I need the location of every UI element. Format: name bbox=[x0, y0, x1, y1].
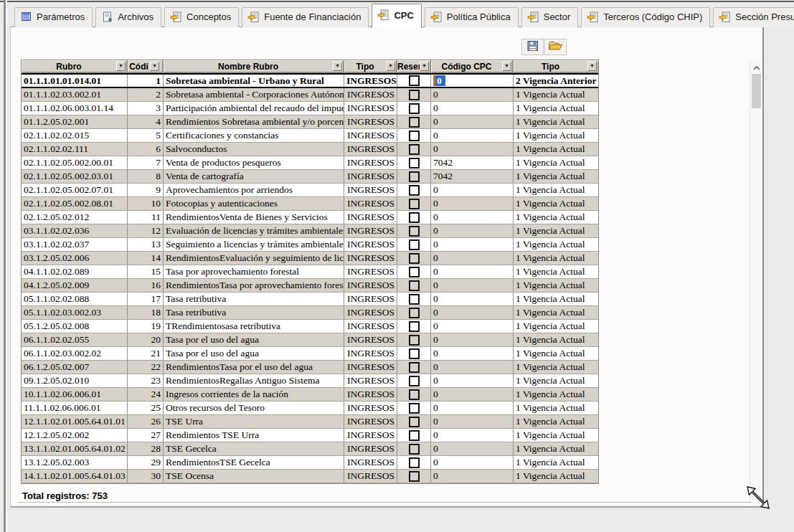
column-filter-dropdown-button[interactable]: ▾ bbox=[150, 62, 159, 71]
cell-tipo[interactable]: INGRESOS bbox=[344, 402, 397, 414]
cell-codigo-cpc[interactable]: 0 bbox=[431, 143, 514, 156]
cell-tipo[interactable]: INGRESOS bbox=[344, 442, 397, 455]
cell-codigo[interactable]: 5 bbox=[128, 129, 164, 142]
cell-codigo-cpc[interactable]: 0 bbox=[431, 88, 514, 101]
reservado-checkbox[interactable] bbox=[409, 430, 420, 441]
tab-politica-publica[interactable]: Política Pública bbox=[425, 7, 519, 27]
cell-tipo-vigencia[interactable]: 1 Vigencia Actual bbox=[514, 442, 598, 455]
cell-codigo-cpc[interactable]: 0 bbox=[431, 415, 514, 428]
cell-codigo-cpc[interactable]: 0 bbox=[431, 374, 514, 387]
table-row[interactable]: 02.1.1.02.05.002.00.017Venta de producto… bbox=[22, 156, 598, 170]
cell-tipo-vigencia[interactable]: 1 Vigencia Actual bbox=[514, 415, 598, 428]
reservado-checkbox[interactable] bbox=[409, 389, 420, 400]
scrollbar-up-button[interactable] bbox=[750, 60, 762, 72]
cell-rubro[interactable]: 03.1.1.02.02.036 bbox=[22, 224, 128, 237]
cell-rubro[interactable]: 02.1.1.02.05.002.03.01 bbox=[22, 170, 128, 183]
cell-codigo-cpc[interactable]: 0 bbox=[431, 211, 514, 224]
cell-codigo[interactable]: 27 bbox=[128, 429, 164, 442]
table-row[interactable]: 05.1.1.02.03.002.0318Tasa retributivaING… bbox=[22, 306, 598, 320]
cell-codigo[interactable]: 10 bbox=[128, 197, 164, 210]
cell-nombre-rubro[interactable]: RendimientosTasa por aprovechamiento for… bbox=[164, 279, 344, 292]
cell-codigo[interactable]: 24 bbox=[128, 388, 164, 401]
cell-nombre-rubro[interactable]: Tasa retributiva bbox=[164, 306, 344, 319]
table-row[interactable]: 10.1.1.02.06.006.0124Ingresos corrientes… bbox=[22, 388, 598, 402]
cell-rubro[interactable]: 03.1.1.02.02.037 bbox=[22, 238, 128, 251]
cell-tipo-vigencia[interactable]: 1 Vigencia Actual bbox=[514, 374, 598, 387]
table-row[interactable]: 01.1.2.05.02.0014Rendimientos Sobretasa … bbox=[22, 115, 598, 129]
cell-tipo-vigencia[interactable]: 1 Vigencia Actual bbox=[514, 156, 598, 169]
table-row[interactable]: 01.1.1.02.06.003.01.143Participación amb… bbox=[22, 102, 598, 115]
cell-codigo[interactable]: 19 bbox=[128, 320, 164, 333]
cell-rubro[interactable]: 06.1.1.02.02.055 bbox=[22, 333, 128, 346]
reservado-checkbox[interactable] bbox=[409, 117, 420, 128]
reservado-checkbox[interactable] bbox=[409, 457, 420, 468]
cell-tipo[interactable]: INGRESOS bbox=[344, 197, 397, 210]
open-button[interactable] bbox=[544, 39, 567, 55]
column-filter-dropdown-button[interactable]: ▾ bbox=[420, 62, 429, 71]
tab-cpc[interactable]: CPC bbox=[372, 4, 421, 28]
table-row[interactable]: 03.1.2.05.02.00614RendimientosEvaluación… bbox=[22, 252, 598, 265]
table-row[interactable]: 05.1.2.05.02.00819TRendimientosasa retri… bbox=[22, 320, 598, 333]
cell-tipo[interactable]: INGRESOS bbox=[344, 184, 397, 196]
cell-codigo-cpc[interactable]: 0 bbox=[431, 115, 514, 128]
cell-codigo-cpc[interactable]: 0 bbox=[431, 129, 514, 142]
table-row[interactable]: 12.1.1.02.01.005.64.01.0126TSE UrraINGRE… bbox=[22, 415, 598, 429]
cell-codigo[interactable]: 2 bbox=[128, 88, 164, 101]
reservado-checkbox[interactable] bbox=[409, 103, 420, 114]
cell-tipo-vigencia[interactable]: 1 Vigencia Actual bbox=[514, 170, 598, 183]
table-row[interactable]: 02.1.1.02.05.002.08.0110Fotocopias y aut… bbox=[22, 197, 598, 211]
cell-nombre-rubro[interactable]: RendimientosTasa por el uso del agua bbox=[164, 361, 344, 374]
cell-tipo[interactable]: INGRESOS bbox=[344, 102, 397, 115]
cell-rubro[interactable]: 13.1.1.02.01.005.64.01.02 bbox=[22, 442, 128, 455]
cell-codigo-cpc[interactable]: 7042 bbox=[431, 170, 514, 183]
column-header-nombre-rubro[interactable]: Nombre Rubro▾ bbox=[164, 60, 344, 72]
cell-tipo-vigencia[interactable]: 1 Vigencia Actual bbox=[514, 211, 598, 224]
table-row[interactable]: 13.1.2.05.02.00329RendimientosTSE Gecelc… bbox=[22, 456, 598, 470]
cell-tipo-vigencia[interactable]: 1 Vigencia Actual bbox=[514, 143, 598, 156]
reservado-checkbox[interactable] bbox=[409, 444, 420, 455]
table-row[interactable]: 14.1.1.02.01.005.64.01.0330TSE OcensaING… bbox=[22, 470, 598, 483]
tab-seccion-presupuestal[interactable]: Sección Presupuestal bbox=[713, 7, 794, 27]
cell-tipo[interactable]: INGRESOS bbox=[344, 115, 397, 128]
reservado-checkbox[interactable] bbox=[409, 321, 420, 332]
cell-codigo-cpc[interactable]: 0 bbox=[431, 102, 514, 115]
cell-codigo[interactable]: 6 bbox=[128, 143, 164, 156]
cell-codigo[interactable]: 23 bbox=[128, 374, 164, 387]
tab-conceptos[interactable]: Conceptos bbox=[164, 7, 239, 27]
cell-nombre-rubro[interactable]: Otros recursos del Tesoro bbox=[164, 402, 344, 414]
cell-rubro[interactable]: 06.1.2.05.02.007 bbox=[22, 361, 128, 374]
table-row[interactable]: 02.1.1.02.05.002.07.019Aprovechamientos … bbox=[22, 184, 598, 197]
cell-tipo-vigencia[interactable]: 2 Vigencia Anterior bbox=[514, 75, 598, 87]
table-row[interactable]: 12.1.2.05.02.00227Rendimientos TSE UrraI… bbox=[22, 429, 598, 442]
cell-tipo-vigencia[interactable]: 1 Vigencia Actual bbox=[514, 293, 598, 305]
cell-codigo[interactable]: 29 bbox=[128, 456, 164, 469]
tab-fuente-de-financiacion[interactable]: Fuente de Financiación bbox=[242, 7, 369, 27]
cell-nombre-rubro[interactable]: Salvoconductos bbox=[164, 143, 344, 156]
cell-rubro[interactable]: 02.1.1.02.05.002.07.01 bbox=[22, 184, 128, 196]
reservado-checkbox[interactable] bbox=[409, 348, 420, 359]
cell-codigo-cpc[interactable]: 0 bbox=[431, 293, 514, 305]
cell-codigo-cpc[interactable]: 0 bbox=[431, 361, 514, 374]
reservado-checkbox[interactable] bbox=[409, 362, 420, 373]
table-row[interactable]: 03.1.1.02.02.03612Evaluación de licencia… bbox=[22, 224, 598, 238]
reservado-checkbox[interactable] bbox=[409, 267, 420, 277]
cell-codigo[interactable]: 3 bbox=[128, 102, 164, 115]
cell-rubro[interactable]: 01.1.2.05.02.001 bbox=[22, 115, 128, 128]
reservado-checkbox[interactable] bbox=[409, 280, 420, 291]
table-row[interactable]: 06.1.1.02.02.05520Tasa por el uso del ag… bbox=[22, 333, 598, 347]
cell-rubro[interactable]: 02.1.2.05.02.012 bbox=[22, 211, 128, 224]
tab-parametros[interactable]: Parámetros bbox=[14, 7, 93, 27]
column-filter-dropdown-button[interactable]: ▾ bbox=[587, 62, 597, 71]
cell-rubro[interactable]: 02.1.1.02.02.111 bbox=[22, 143, 128, 156]
cell-codigo-cpc[interactable]: 0 bbox=[431, 442, 514, 455]
table-row[interactable]: 02.1.1.02.02.0155Certificaciones y const… bbox=[22, 129, 598, 143]
cell-tipo[interactable]: INGRESOS bbox=[344, 470, 397, 483]
cell-tipo-vigencia[interactable]: 1 Vigencia Actual bbox=[514, 102, 598, 115]
reservado-checkbox[interactable] bbox=[409, 239, 420, 250]
cell-nombre-rubro[interactable]: Seguimiento a licencias y trámites ambie… bbox=[164, 238, 344, 251]
table-row[interactable]: 06.1.1.02.03.002.0221Tasa por el uso del… bbox=[22, 347, 598, 361]
cell-nombre-rubro[interactable]: TSE Gecelca bbox=[164, 442, 344, 455]
cell-nombre-rubro[interactable]: Rendimientos Sobretasa ambiental y/o por… bbox=[164, 115, 344, 128]
column-header-codigo[interactable]: Códi▾ bbox=[128, 60, 164, 72]
cell-codigo[interactable]: 4 bbox=[128, 115, 164, 128]
